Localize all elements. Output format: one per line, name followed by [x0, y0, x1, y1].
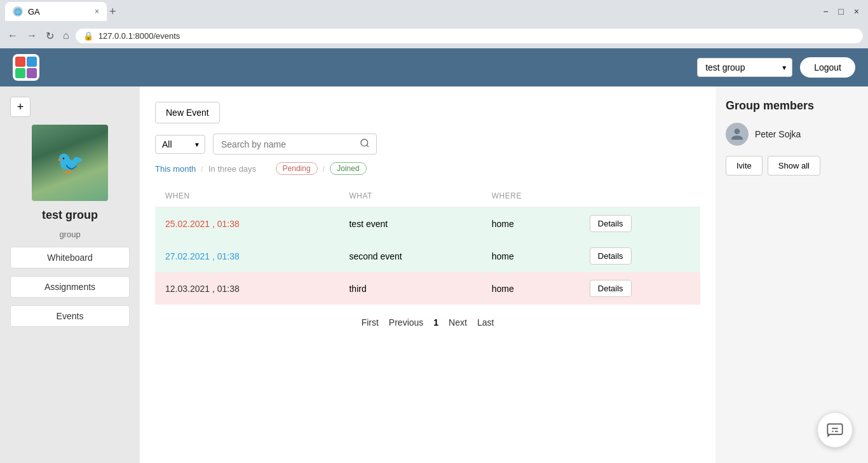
tab-title: GA	[28, 7, 40, 17]
nav-events[interactable]: Events	[10, 305, 130, 327]
svg-rect-2	[827, 424, 842, 434]
reload-button[interactable]: ↻	[43, 27, 57, 45]
details-button-1[interactable]: Details	[590, 215, 632, 232]
maximize-button[interactable]: □	[834, 5, 847, 18]
event-actions-3: Details	[580, 272, 700, 305]
main-layout: + 🐦 test group group Whiteboard Assignme…	[0, 86, 868, 463]
group-selector-wrap: test group	[697, 58, 792, 77]
group-members-title: Group members	[726, 99, 858, 113]
joined-status-badge[interactable]: Joined	[330, 162, 366, 175]
date-filters-row: This month / In three days Pending / Joi…	[155, 162, 700, 175]
table-header-row: WHEN WHAT WHERE	[155, 185, 700, 207]
window-controls: − □ ×	[819, 5, 863, 18]
tab-bar: 🌐 GA × + − □ ×	[0, 0, 868, 23]
status-separator: /	[323, 164, 325, 174]
what-header: WHAT	[339, 185, 481, 207]
address-lock-icon: 🔒	[83, 31, 93, 41]
logo-square-3	[15, 68, 25, 78]
date-separator-1: /	[201, 164, 203, 174]
show-all-button[interactable]: Show all	[768, 156, 820, 176]
pagination: First Previous 1 Next Last	[155, 317, 700, 328]
event-actions-2: Details	[580, 240, 700, 272]
current-page: 1	[433, 317, 438, 328]
where-header: WHERE	[482, 185, 580, 207]
table-row: 27.02.2021 , 01:38 second event home Det…	[155, 240, 700, 272]
address-url: 127.0.0.1:8000/events	[98, 31, 180, 41]
table-row: 12.03.2021 , 01:38 third home Details	[155, 272, 700, 305]
search-input[interactable]	[214, 135, 353, 153]
event-what-2: second event	[339, 240, 481, 272]
event-where-3: home	[482, 272, 580, 305]
this-month-filter[interactable]: This month	[155, 164, 196, 174]
new-event-button[interactable]: New Event	[155, 102, 220, 123]
pending-status-badge[interactable]: Pending	[276, 162, 318, 175]
events-table: WHEN WHAT WHERE 25.02.2021 , 01:38 test …	[155, 185, 700, 305]
logo-square-4	[27, 68, 37, 78]
group-type-label: group	[59, 230, 80, 239]
nav-assignments[interactable]: Assignments	[10, 276, 130, 298]
when-header: WHEN	[155, 185, 339, 207]
in-three-days-filter[interactable]: In three days	[208, 164, 256, 174]
event-filter-select[interactable]: All Mine Others	[155, 135, 205, 154]
prev-page-link[interactable]: Previous	[389, 317, 423, 328]
event-where-2: home	[482, 240, 580, 272]
group-selector[interactable]: test group	[697, 58, 792, 77]
chat-icon	[826, 421, 844, 439]
tab-favicon: 🌐	[13, 6, 23, 17]
app-logo	[13, 54, 39, 81]
address-bar[interactable]: 🔒 127.0.0.1:8000/events	[76, 29, 863, 43]
browser-tab[interactable]: 🌐 GA ×	[5, 2, 107, 21]
members-actions: Ivite Show all	[726, 156, 858, 176]
event-date-3: 12.03.2021 , 01:38	[155, 272, 339, 305]
event-date-1: 25.02.2021 , 01:38	[155, 207, 339, 240]
group-name-label: test group	[42, 209, 98, 222]
member-avatar	[726, 123, 749, 146]
member-name: Peter Sojka	[755, 129, 801, 139]
group-avatar: 🐦	[32, 125, 108, 201]
app-header: test group Logout	[0, 48, 868, 86]
navigation-bar: ← → ↻ ⌂ 🔒 127.0.0.1:8000/events	[0, 23, 868, 48]
left-sidebar: + 🐦 test group group Whiteboard Assignme…	[0, 86, 140, 463]
close-tab-button[interactable]: ×	[95, 7, 99, 16]
group-avatar-image: 🐦	[32, 125, 108, 201]
forward-button[interactable]: →	[24, 27, 39, 44]
date-text-1: 25.02.2021 , 01:38	[165, 219, 240, 229]
search-icon-button[interactable]	[353, 134, 376, 154]
nav-whiteboard[interactable]: Whiteboard	[10, 247, 130, 268]
date-text-3: 12.03.2021 , 01:38	[165, 284, 240, 294]
new-tab-button[interactable]: +	[109, 5, 116, 18]
search-wrap	[213, 134, 377, 155]
close-window-button[interactable]: ×	[850, 5, 863, 18]
search-icon	[360, 138, 370, 148]
next-page-link[interactable]: Next	[449, 317, 467, 328]
logout-button[interactable]: Logout	[800, 57, 855, 78]
event-what-3: third	[339, 272, 481, 305]
home-button[interactable]: ⌂	[60, 27, 72, 44]
table-body: 25.02.2021 , 01:38 test event home Detai…	[155, 207, 700, 305]
table-row: 25.02.2021 , 01:38 test event home Detai…	[155, 207, 700, 240]
add-button[interactable]: +	[10, 97, 31, 117]
event-what-1: test event	[339, 207, 481, 240]
logo-square-2	[27, 57, 37, 67]
event-actions-1: Details	[580, 207, 700, 240]
filters-row: All Mine Others	[155, 134, 700, 155]
browser-chrome: 🌐 GA × + − □ × ← → ↻ ⌂ 🔒 127.0.0.1:8000/…	[0, 0, 868, 48]
chat-float-button[interactable]	[817, 412, 853, 448]
center-content: New Event All Mine Others	[140, 86, 715, 463]
svg-point-0	[361, 139, 368, 146]
actions-header	[580, 185, 700, 207]
date-separator-2	[261, 164, 270, 174]
last-page-link[interactable]: Last	[477, 317, 494, 328]
back-button[interactable]: ←	[5, 27, 20, 44]
member-row: Peter Sojka	[726, 123, 858, 146]
event-where-1: home	[482, 207, 580, 240]
minimize-button[interactable]: −	[819, 5, 832, 18]
details-button-3[interactable]: Details	[590, 280, 632, 297]
invite-button[interactable]: Ivite	[726, 156, 763, 176]
logo-square-1	[15, 57, 25, 67]
date-text-2: 27.02.2021 , 01:38	[165, 251, 240, 261]
first-page-link[interactable]: First	[362, 317, 379, 328]
header-right: test group Logout	[697, 57, 855, 78]
details-button-2[interactable]: Details	[590, 247, 632, 265]
filter-select-wrap: All Mine Others	[155, 135, 205, 154]
